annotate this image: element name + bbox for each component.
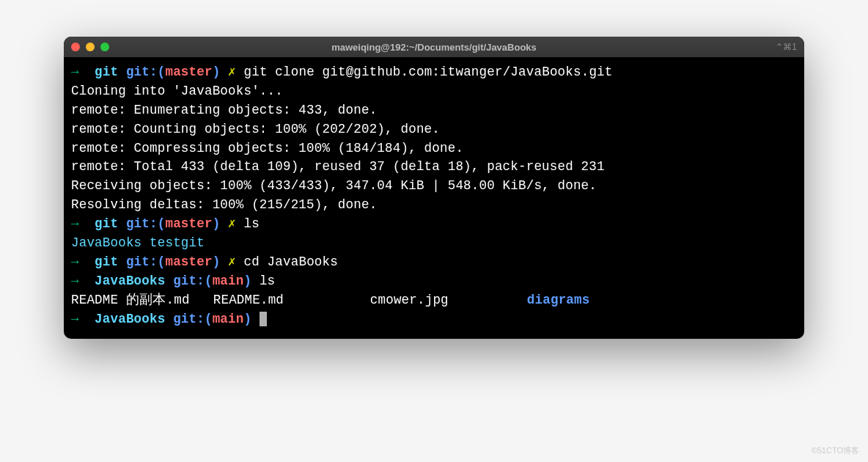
maximize-icon[interactable] <box>100 43 109 51</box>
file-item: README.md <box>213 293 284 307</box>
window-shortcut: ⌃⌘1 <box>776 42 797 52</box>
arrow-icon: → <box>71 312 79 326</box>
git-prefix: git:( <box>126 216 166 231</box>
git-prefix: git:( <box>173 312 213 326</box>
minimize-icon[interactable] <box>86 43 95 51</box>
file-item: cmower.jpg <box>370 293 449 307</box>
command: git clone git@github.com:itwanger/JavaBo… <box>244 65 613 79</box>
branch: main <box>213 274 244 288</box>
title-bar: maweiqing@192:~/Documents/git/JavaBooks … <box>64 37 804 57</box>
output-line: remote: Total 433 (delta 109), reused 37… <box>71 158 797 177</box>
prompt-line: → git git:(master) ✗ ls <box>71 215 797 234</box>
arrow-icon: → <box>71 274 79 288</box>
cwd: git <box>95 65 118 79</box>
branch: main <box>213 312 244 326</box>
git-suffix: ) <box>243 312 251 326</box>
cwd: JavaBooks <box>95 312 165 326</box>
dirty-icon: ✗ <box>228 216 236 231</box>
prompt-line: → git git:(master) ✗ cd JavaBooks <box>71 253 797 272</box>
branch: master <box>165 65 212 79</box>
command: ls <box>260 274 275 288</box>
watermark: ©51CTO博客 <box>812 445 859 456</box>
terminal-body[interactable]: → git git:(master) ✗ git clone git@githu… <box>64 57 804 339</box>
branch: master <box>165 254 212 269</box>
traffic-lights <box>71 43 109 51</box>
output-line: remote: Counting objects: 100% (202/202)… <box>71 120 797 139</box>
window-title: maweiqing@192:~/Documents/git/JavaBooks <box>331 42 537 53</box>
prompt-line: → JavaBooks git:(main) ls <box>71 272 797 291</box>
output-line: Resolving deltas: 100% (215/215), done. <box>71 196 797 215</box>
arrow-icon: → <box>71 65 79 79</box>
ls-output: JavaBooks testgit <box>71 234 797 253</box>
git-prefix: git:( <box>126 254 166 269</box>
output-line: Receiving objects: 100% (433/433), 347.0… <box>71 177 797 196</box>
dirty-icon: ✗ <box>228 65 236 79</box>
arrow-icon: → <box>71 254 79 269</box>
git-suffix: ) <box>213 65 221 79</box>
cwd: git <box>95 216 118 231</box>
git-prefix: git:( <box>126 65 166 79</box>
terminal-window: maweiqing@192:~/Documents/git/JavaBooks … <box>64 37 804 339</box>
prompt-line: → git git:(master) ✗ git clone git@githu… <box>71 63 797 82</box>
git-prefix: git:( <box>173 274 213 288</box>
dir-item: testgit <box>150 235 205 250</box>
cursor-icon <box>260 312 267 326</box>
dir-item: JavaBooks <box>71 235 141 250</box>
output-line: remote: Enumerating objects: 433, done. <box>71 101 797 120</box>
prompt-line: → JavaBooks git:(main) <box>71 310 797 329</box>
cwd: JavaBooks <box>95 274 165 288</box>
command: cd JavaBooks <box>244 254 338 269</box>
ls-output: README 的副本.md README.md cmower.jpg diagr… <box>71 291 797 310</box>
command: ls <box>244 216 260 231</box>
cwd: git <box>95 254 118 269</box>
dirty-icon: ✗ <box>228 254 236 269</box>
git-suffix: ) <box>213 216 221 231</box>
file-item: README 的副本.md <box>71 293 190 307</box>
close-icon[interactable] <box>71 43 80 51</box>
arrow-icon: → <box>71 216 79 231</box>
dir-item: diagrams <box>527 293 590 307</box>
output-line: Cloning into 'JavaBooks'... <box>71 82 797 101</box>
output-line: remote: Compressing objects: 100% (184/1… <box>71 139 797 158</box>
branch: master <box>165 216 212 231</box>
git-suffix: ) <box>243 274 251 288</box>
git-suffix: ) <box>213 254 221 269</box>
